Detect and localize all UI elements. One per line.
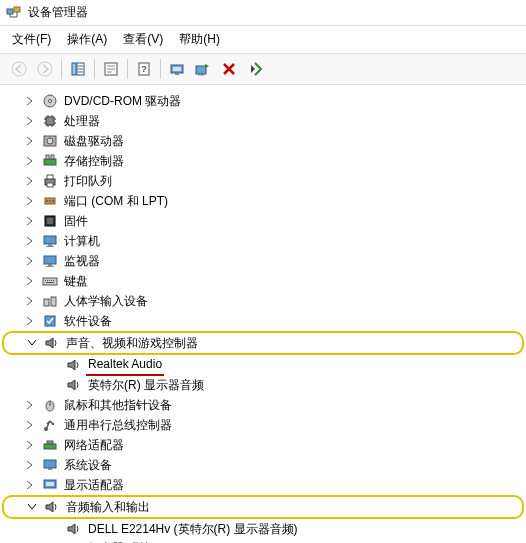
svg-rect-20: [175, 73, 179, 75]
show-hide-tree-button[interactable]: [65, 57, 91, 81]
back-button[interactable]: [6, 57, 32, 81]
chevron-right-icon[interactable]: [24, 399, 36, 411]
tree-item-mouse[interactable]: 鼠标和其他指针设备: [0, 395, 526, 415]
network-icon: [42, 437, 58, 453]
port-icon: [42, 193, 58, 209]
svg-rect-71: [47, 441, 53, 444]
tree-item-intel-audio[interactable]: 英特尔(R) 显示器音频: [0, 375, 526, 395]
help-button[interactable]: ?: [131, 57, 157, 81]
tree-label: 网络适配器: [62, 435, 126, 455]
chevron-right-icon[interactable]: [24, 175, 36, 187]
chevron-down-icon[interactable]: [26, 501, 38, 513]
menu-file[interactable]: 文件(F): [6, 28, 57, 51]
tree-item-cpu[interactable]: 处理器: [0, 111, 526, 131]
disable-button[interactable]: [242, 57, 268, 81]
tree-item-keyboard[interactable]: 键盘: [0, 271, 526, 291]
svg-rect-49: [47, 218, 53, 224]
forward-button[interactable]: [32, 57, 58, 81]
chevron-right-icon[interactable]: [24, 195, 36, 207]
tree-label: 存储控制器: [62, 151, 126, 171]
tree-item-soft[interactable]: 软件设备: [0, 311, 526, 331]
tree-item-firmware[interactable]: 固件: [0, 211, 526, 231]
tree-item-ports[interactable]: 端口 (COM 和 LPT): [0, 191, 526, 211]
chevron-right-icon[interactable]: [24, 479, 36, 491]
tree-item-computer[interactable]: 计算机: [0, 231, 526, 251]
device-tree[interactable]: DVD/CD-ROM 驱动器 处理器 磁盘驱动器 存储控制器 打印队列 端口 (…: [0, 85, 526, 543]
toolbar: ?: [0, 54, 526, 85]
chevron-right-icon[interactable]: [24, 255, 36, 267]
svg-rect-19: [173, 67, 181, 71]
toolbar-separator: [94, 59, 95, 79]
svg-rect-55: [46, 266, 54, 267]
svg-rect-64: [51, 297, 56, 306]
menu-help[interactable]: 帮助(H): [173, 28, 226, 51]
tree-item-usb[interactable]: 通用串行总线控制器: [0, 415, 526, 435]
chevron-right-icon[interactable]: [24, 95, 36, 107]
tree-label: 磁盘驱动器: [62, 131, 126, 151]
svg-rect-56: [43, 278, 57, 285]
tree-item-net[interactable]: 网络适配器: [0, 435, 526, 455]
tree-item-sound[interactable]: 声音、视频和游戏控制器: [4, 333, 522, 353]
tree-item-display[interactable]: 显示适配器: [0, 475, 526, 495]
tree-item-realtek-audio[interactable]: Realtek Audio: [0, 355, 526, 375]
annotation-box: 声音、视频和游戏控制器: [2, 331, 524, 355]
titlebar: 设备管理器: [0, 0, 526, 26]
uninstall-button[interactable]: [216, 57, 242, 81]
tree-label: Realtek Audio: [86, 354, 164, 376]
svg-rect-59: [49, 280, 50, 281]
chevron-right-icon[interactable]: [24, 315, 36, 327]
chevron-right-icon[interactable]: [24, 155, 36, 167]
scan-hardware-button[interactable]: [164, 57, 190, 81]
update-driver-button[interactable]: [190, 57, 216, 81]
menu-view[interactable]: 查看(V): [117, 28, 169, 51]
tree-item-speaker-realtek[interactable]: 扬声器/听筒 (Realtek Audio): [0, 539, 526, 543]
tree-item-printq[interactable]: 打印队列: [0, 171, 526, 191]
svg-point-6: [38, 62, 52, 76]
svg-rect-7: [72, 63, 76, 75]
svg-point-46: [49, 200, 51, 202]
svg-point-45: [46, 200, 48, 202]
tree-label: 处理器: [62, 111, 102, 131]
tree-item-hid[interactable]: 人体学输入设备: [0, 291, 526, 311]
svg-point-47: [52, 200, 54, 202]
tree-item-storage[interactable]: 存储控制器: [0, 151, 526, 171]
tree-item-dvd[interactable]: DVD/CD-ROM 驱动器: [0, 91, 526, 111]
chevron-right-icon[interactable]: [24, 419, 36, 431]
tree-item-monitor[interactable]: 监视器: [0, 251, 526, 271]
chevron-right-icon[interactable]: [24, 275, 36, 287]
chevron-right-icon[interactable]: [24, 295, 36, 307]
chevron-right-icon[interactable]: [24, 215, 36, 227]
monitor-icon: [42, 253, 58, 269]
speaker-icon: [66, 521, 82, 537]
keyboard-icon: [42, 273, 58, 289]
tree-item-disk[interactable]: 磁盘驱动器: [0, 131, 526, 151]
speaker-icon: [66, 357, 82, 373]
menu-action[interactable]: 操作(A): [61, 28, 113, 51]
tree-label: 通用串行总线控制器: [62, 415, 174, 435]
chevron-right-icon[interactable]: [24, 115, 36, 127]
speaker-icon: [44, 335, 60, 351]
chevron-right-icon[interactable]: [24, 459, 36, 471]
svg-rect-27: [46, 117, 54, 125]
tree-label: 端口 (COM 和 LPT): [62, 191, 170, 211]
chevron-right-icon[interactable]: [24, 135, 36, 147]
tree-label: 鼠标和其他指针设备: [62, 395, 174, 415]
chip-icon: [42, 213, 58, 229]
window-title: 设备管理器: [28, 4, 88, 21]
svg-rect-0: [7, 9, 13, 14]
tree-label: 软件设备: [62, 311, 114, 331]
display-adapter-icon: [42, 477, 58, 493]
monitor-icon: [42, 233, 58, 249]
svg-point-26: [49, 100, 52, 103]
tree-item-audio-io[interactable]: 音频输入和输出: [4, 497, 522, 517]
properties-button[interactable]: [98, 57, 124, 81]
tree-label: 扬声器/听筒 (Realtek Audio): [86, 538, 239, 543]
chevron-right-icon[interactable]: [24, 439, 36, 451]
tree-item-dell-monitor-audio[interactable]: DELL E2214Hv (英特尔(R) 显示器音频): [0, 519, 526, 539]
tree-item-sysdev[interactable]: 系统设备: [0, 455, 526, 475]
printer-icon: [42, 173, 58, 189]
chevron-down-icon[interactable]: [26, 337, 38, 349]
annotation-box: 音频输入和输出: [2, 495, 524, 519]
tree-label: 声音、视频和游戏控制器: [64, 333, 200, 353]
chevron-right-icon[interactable]: [24, 235, 36, 247]
